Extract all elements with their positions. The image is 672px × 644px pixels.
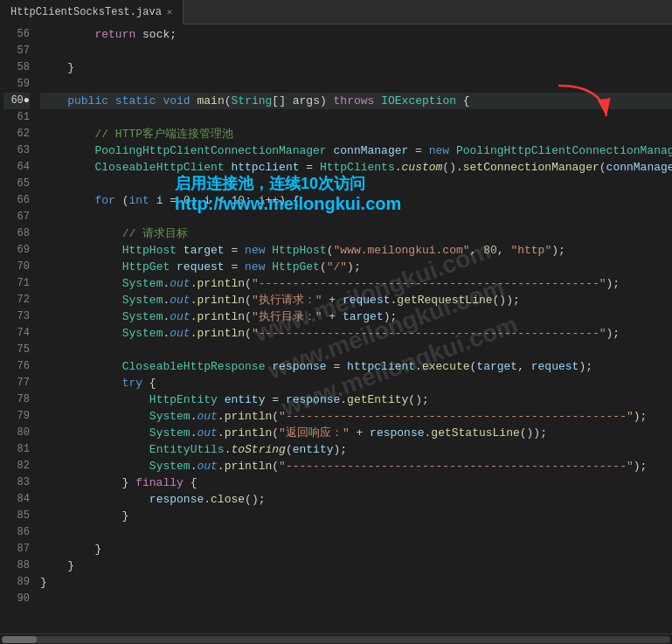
ln-74: 74 [3,325,30,342]
code-line-80: System.out.println("返回响应：" + response.ge… [40,425,672,441]
ln-87: 87 [3,541,30,557]
ln-66: 66 [3,192,30,209]
code-line-56: return sock; [40,26,672,43]
editor-tab[interactable]: HttpClientSocksTest.java ✕ [0,0,184,24]
code-line-84: response.close(); [40,491,672,508]
code-area: www.meilongkui.comwww.meilongkui.comwww.… [0,24,672,634]
code-line-74: System.out.println("--------------------… [40,325,672,342]
ln-84: 84 [3,491,30,508]
code-line-62: // HTTP客户端连接管理池 [40,126,672,142]
ln-67: 67 [3,209,30,225]
code-line-65 [40,176,672,192]
code-content: return sock; } public static void main(S… [37,24,672,634]
ln-83: 83 [3,474,30,491]
ln-68: 68 [3,225,30,242]
code-line-75 [40,342,672,358]
ln-89: 89 [3,574,30,591]
horizontal-scrollbar[interactable] [0,634,672,644]
scrollbar-thumb[interactable] [2,636,37,643]
ln-65: 65 [3,176,30,192]
code-line-68: // 请求目标 [40,225,672,242]
ln-63: 63 [3,142,30,159]
code-line-89: } [40,574,672,591]
code-line-64: CloseableHttpClient httpclient = HttpCli… [40,159,672,176]
ln-62: 62 [3,126,30,142]
code-line-83: } finally { [40,474,672,491]
code-line-70: HttpGet request = new HttpGet("/"); [40,259,672,275]
ln-78: 78 [3,391,30,408]
editor-container: HttpClientSocksTest.java ✕ www.meilongku… [0,0,672,644]
code-line-71: System.out.println("--------------------… [40,275,672,292]
ln-86: 86 [3,524,30,541]
code-line-61 [40,109,672,126]
code-line-90 [40,591,672,607]
ln-59: 59 [3,76,30,93]
ln-88: 88 [3,557,30,574]
code-line-76: CloseableHttpResponse response = httpcli… [40,358,672,375]
code-line-81: EntityUtils.toString(entity); [40,441,672,458]
tab-label: HttpClientSocksTest.java [10,6,162,18]
code-line-79: System.out.println("--------------------… [40,408,672,425]
code-line-63: PoolingHttpClientConnectionManager connM… [40,142,672,159]
code-line-85: } [40,508,672,524]
ln-61: 61 [3,109,30,126]
ln-82: 82 [3,458,30,474]
line-numbers: 56 57 58 59 60● 61 62 63 64 65 66 67 68 … [0,24,37,634]
code-line-58: } [40,59,672,76]
code-line-69: HttpHost target = new HttpHost("www.meil… [40,242,672,259]
code-line-86 [40,524,672,541]
ln-76: 76 [3,358,30,375]
code-line-72: System.out.println("执行请求：" + request.get… [40,292,672,308]
code-line-59 [40,76,672,93]
code-line-73: System.out.println("执行目录：" + target); [40,308,672,325]
code-line-67 [40,209,672,225]
ln-58: 58 [3,59,30,76]
tab-bar: HttpClientSocksTest.java ✕ [0,0,672,24]
ln-69: 69 [3,242,30,259]
ln-70: 70 [3,259,30,275]
code-line-87: } [40,541,672,557]
ln-60: 60● [3,93,30,109]
code-line-57 [40,43,672,59]
close-icon[interactable]: ✕ [167,6,173,17]
code-line-82: System.out.println("--------------------… [40,458,672,474]
ln-90: 90 [3,591,30,607]
ln-85: 85 [3,508,30,524]
ln-73: 73 [3,308,30,325]
ln-77: 77 [3,375,30,391]
ln-56: 56 [3,26,30,43]
code-line-60: public static void main(String[] args) t… [40,93,672,109]
code-line-66: for (int i = 0; i < 10; i++) { [40,192,672,209]
ln-72: 72 [3,292,30,308]
ln-79: 79 [3,408,30,425]
ln-57: 57 [3,43,30,59]
ln-80: 80 [3,425,30,441]
ln-71: 71 [3,275,30,292]
code-line-88: } [40,557,672,574]
code-line-77: try { [40,375,672,391]
ln-64: 64 [3,159,30,176]
ln-81: 81 [3,441,30,458]
ln-75: 75 [3,342,30,358]
scrollbar-track[interactable] [2,636,670,643]
code-line-78: HttpEntity entity = response.getEntity()… [40,391,672,408]
